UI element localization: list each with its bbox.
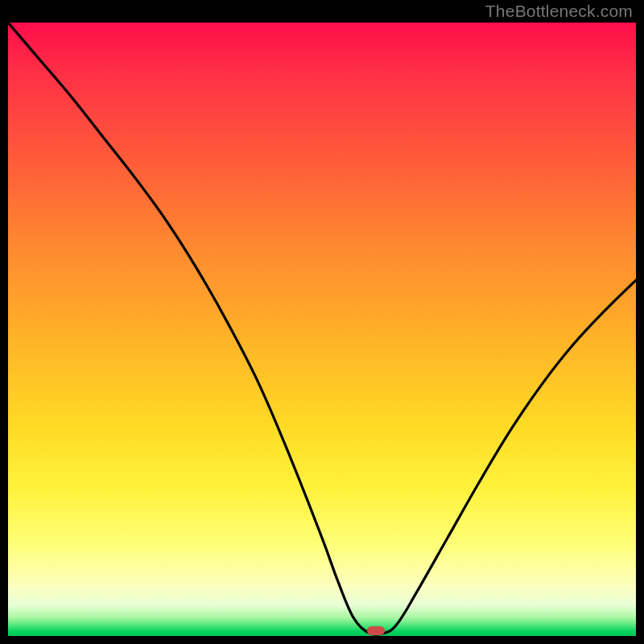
chart-frame: TheBottleneck.com xyxy=(0,0,644,644)
plot-area xyxy=(8,23,636,636)
plot-inner xyxy=(8,23,636,636)
optimal-point-marker xyxy=(367,626,385,635)
bottleneck-curve xyxy=(8,23,636,636)
watermark-text: TheBottleneck.com xyxy=(485,2,633,21)
